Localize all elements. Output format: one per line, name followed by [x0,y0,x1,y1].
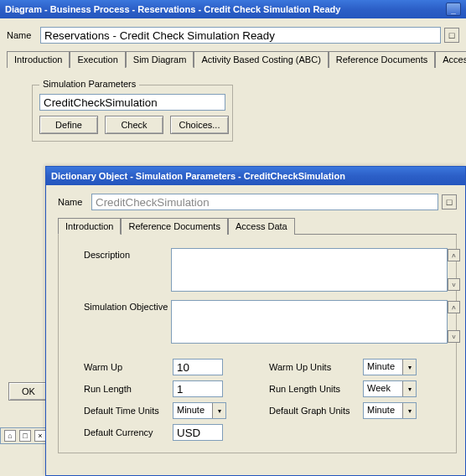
inner-title-bar: Dictionary Object - Simulation Parameter… [46,167,465,185]
choices-button[interactable]: Choices... [170,116,229,134]
description-scroll-down[interactable]: v [448,278,460,291]
chevron-down-icon[interactable]: ▾ [212,403,225,418]
tab-reference-documents[interactable]: Reference Documents [329,51,435,68]
ok-button[interactable]: OK [8,382,49,401]
run-length-field[interactable] [173,380,223,397]
tab-abc[interactable]: Activity Based Costing (ABC) [194,51,328,68]
inner-name-label: Name [58,197,91,207]
default-time-units-label: Default Time Units [84,406,173,416]
tray-pin-icon[interactable]: ⌂ [4,430,16,442]
default-graph-units-select[interactable]: Minute ▾ [363,402,417,419]
run-length-label: Run Length [84,384,173,394]
outer-title-bar: Diagram - Business Process - Reservation… [0,0,466,18]
inner-tab-reference-documents[interactable]: Reference Documents [121,218,227,235]
outer-window-title: Diagram - Business Process - Reservation… [5,4,340,14]
simobj-scroll-down[interactable]: v [448,330,460,343]
inner-window-title: Dictionary Object - Simulation Parameter… [51,171,345,181]
description-label: Description [84,248,171,260]
chevron-down-icon[interactable]: ▾ [402,403,416,418]
chevron-down-icon[interactable]: ▾ [402,381,416,396]
outer-name-lookup-button[interactable]: □ [444,28,459,43]
inner-name-lookup-button[interactable]: □ [442,194,457,210]
simulation-objective-textarea[interactable]: ʌ v [171,300,448,344]
minimize-button[interactable]: _ [446,3,461,16]
tab-execution[interactable]: Execution [70,51,125,68]
tab-access-data[interactable]: Access Data [435,51,466,68]
chevron-down-icon[interactable]: ▾ [402,360,416,375]
check-button[interactable]: Check [105,116,163,134]
tray-box-icon[interactable]: □ [19,430,31,442]
description-textarea[interactable]: ʌ v [171,248,448,292]
default-currency-label: Default Currency [84,427,173,437]
tab-introduction[interactable]: Introduction [7,51,70,68]
warm-up-field[interactable] [173,359,223,375]
run-length-units-label: Run Length Units [269,384,363,394]
outer-name-label: Name [7,30,40,40]
simulation-parameters-group: Simulation Parameters Define Check Choic… [32,85,233,142]
default-currency-field[interactable] [173,424,223,441]
tool-tray: ⌂ □ × [0,427,50,444]
default-graph-units-label: Default Graph Units [269,406,363,416]
outer-body: Name □ Introduction Execution Sim Diagra… [0,18,466,155]
simulation-objective-label: Simulation Objective [84,300,171,312]
inner-window: Dictionary Object - Simulation Parameter… [45,166,466,476]
inner-name-field [91,194,438,210]
warm-up-units-value: Minute [364,360,402,375]
group-title: Simulation Parameters [39,79,139,89]
inner-tab-content: Description ʌ v Simulation Objective ʌ v [58,235,457,453]
default-graph-units-value: Minute [364,403,402,418]
define-button[interactable]: Define [39,116,98,134]
tray-close-icon[interactable]: × [34,430,46,442]
warm-up-units-select[interactable]: Minute ▾ [363,359,417,375]
simulation-parameter-field[interactable] [39,94,225,111]
run-length-units-value: Week [364,381,402,396]
tab-sim-diagram[interactable]: Sim Diagram [126,51,194,68]
warm-up-label: Warm Up [84,362,173,372]
outer-tab-strip: Introduction Execution Sim Diagram Activ… [7,50,459,68]
outer-name-field[interactable] [40,27,441,44]
inner-tab-strip: Introduction Reference Documents Access … [58,217,457,235]
inner-tab-introduction[interactable]: Introduction [58,218,121,235]
default-time-units-select[interactable]: Minute ▾ [173,402,226,419]
warm-up-units-label: Warm Up Units [269,362,363,372]
default-time-units-value: Minute [173,403,212,418]
description-scroll-up[interactable]: ʌ [448,249,460,261]
simobj-scroll-up[interactable]: ʌ [448,301,460,313]
inner-tab-access-data[interactable]: Access Data [228,218,295,235]
run-length-units-select[interactable]: Week ▾ [363,380,417,397]
